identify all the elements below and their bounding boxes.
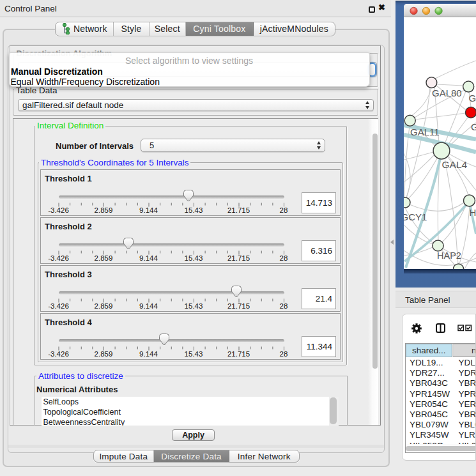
- svg-text:GAL4: GAL4: [442, 159, 468, 170]
- svg-text:G: G: [471, 121, 476, 132]
- svg-text:GAL80: GAL80: [432, 88, 462, 98]
- svg-text:GA: GA: [469, 93, 476, 104]
- svg-text:GAL11: GAL11: [410, 127, 440, 137]
- svg-text:GCY1: GCY1: [404, 211, 427, 222]
- svg-text:HAP2: HAP2: [437, 250, 461, 261]
- svg-text:H: H: [470, 207, 476, 218]
